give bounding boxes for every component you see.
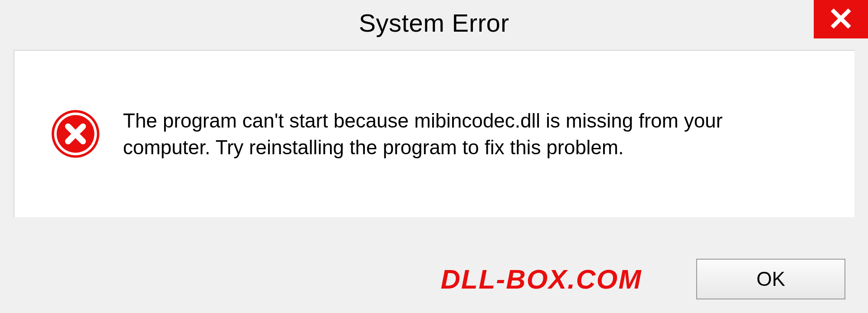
titlebar: System Error	[0, 0, 868, 45]
ok-button-label: OK	[756, 268, 785, 290]
ok-button[interactable]: OK	[696, 259, 845, 299]
system-error-dialog: System Error The program can't start bec…	[0, 0, 868, 313]
dialog-footer: DLL-BOX.COM OK	[0, 259, 868, 299]
dialog-title: System Error	[359, 8, 509, 38]
error-icon	[51, 109, 100, 159]
watermark-text: DLL-BOX.COM	[441, 264, 642, 295]
message-panel: The program can't start because mibincod…	[14, 50, 854, 217]
error-message: The program can't start because mibincod…	[123, 107, 778, 161]
close-button[interactable]	[814, 0, 868, 38]
close-icon	[830, 8, 852, 31]
